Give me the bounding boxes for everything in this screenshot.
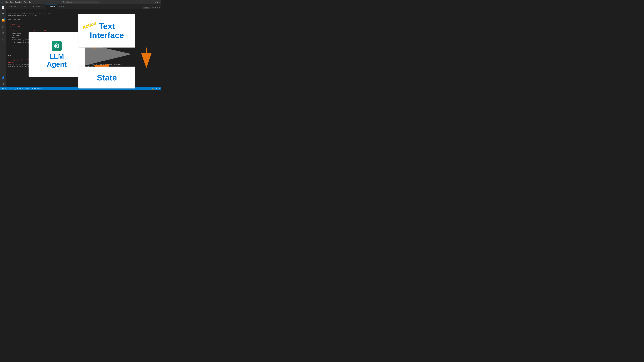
menu-go[interactable]: Go — [29, 1, 31, 3]
status-settings[interactable]: ⚙ — [158, 88, 160, 90]
terminal-line: ========================================… — [8, 10, 159, 12]
menu-edit[interactable]: Edit — [10, 1, 13, 3]
activity-remote[interactable]: ⊡ — [1, 37, 5, 41]
openai-logo-svg — [53, 42, 60, 49]
activity-bar: 📄 🔍 🔀 1 ▷ ⊞ ⊡ 👤 ⚙ — [0, 4, 6, 87]
add-terminal[interactable]: + — [150, 7, 152, 8]
titlebar: ◈ File Edit Selection View Go ··· 🔍 neoR… — [0, 0, 161, 4]
llm-agent-box: LLM Agent — [28, 32, 85, 77]
titlebar-menu: File Edit Selection View Go ··· — [6, 1, 34, 3]
tab-bar: PROBLEMS OUTPUT DEBUG CONSOLE TERMINAL P… — [6, 4, 161, 9]
tab-problems[interactable]: PROBLEMS — [6, 4, 19, 9]
status-gitgraph[interactable]: Git Graph — [22, 88, 29, 90]
window-controls: ⊟ 🗗 ✕ — [155, 1, 160, 3]
text-interface-label: Text Interface — [90, 22, 124, 40]
svg-point-3 — [56, 45, 58, 47]
menu-file[interactable]: File — [6, 1, 8, 3]
activity-source-control[interactable]: 🔀 1 — [1, 18, 5, 22]
status-sync[interactable]: ⊙ — [10, 88, 11, 90]
openai-logo — [52, 41, 62, 51]
activity-run[interactable]: ▷ — [1, 24, 5, 29]
status-errors[interactable]: ⊗ 0 △ 0 — [12, 88, 18, 90]
chevron-down-icon[interactable]: ∨ — [157, 7, 158, 8]
menu-selection[interactable]: Selection — [15, 1, 22, 3]
status-refresh[interactable]: ↺ — [156, 88, 157, 90]
activity-user[interactable]: 👤 — [1, 75, 5, 79]
state-box: State — [78, 66, 136, 88]
tab-terminal[interactable]: TERMINAL — [46, 4, 57, 9]
state-label: State — [97, 73, 117, 82]
status-autoattach[interactable]: Auto Attach Smart — [30, 88, 42, 90]
status-branch[interactable]: ⎇ main·○ — [1, 88, 8, 90]
llm-agent-title: LLM Agent — [47, 53, 67, 68]
search-bar[interactable]: 🔍 neoRAG.py — [62, 0, 100, 3]
window-icons: ⊟ 🗗 ✕ — [155, 1, 160, 3]
menu-view[interactable]: View — [24, 1, 27, 3]
activity-settings[interactable]: ⚙ — [1, 82, 5, 86]
tab-output[interactable]: OUTPUT — [19, 4, 29, 9]
python-env[interactable]: ● python — [143, 6, 150, 9]
tab-actions: ● python + ⊡ 🗑 ∨ ✕ — [143, 6, 161, 9]
status-psi: Ψ — [20, 88, 21, 90]
tab-debug-console[interactable]: DEBUG CONSOLE — [29, 4, 46, 9]
text-interface-box: Text Interface — [78, 14, 136, 47]
activity-extensions[interactable]: ⊞ — [1, 31, 5, 35]
close-terminal[interactable]: ✕ — [159, 7, 160, 8]
badge: 1 — [4, 18, 5, 19]
activity-bottom: 👤 ⚙ — [1, 75, 5, 87]
status-right: 🔔 ↺ ⚙ — [152, 88, 160, 90]
trash-terminal[interactable]: 🗑 — [154, 7, 156, 8]
status-bell[interactable]: 🔔 — [152, 88, 154, 90]
activity-search[interactable]: 🔍 — [1, 12, 5, 16]
menu-dots: ··· — [33, 1, 34, 3]
activity-explorer[interactable]: 📄 — [1, 5, 5, 9]
tab-ports[interactable]: PORTS — [57, 4, 66, 9]
vscode-icon: ◈ — [2, 1, 3, 3]
split-terminal[interactable]: ⊡ — [152, 7, 154, 8]
